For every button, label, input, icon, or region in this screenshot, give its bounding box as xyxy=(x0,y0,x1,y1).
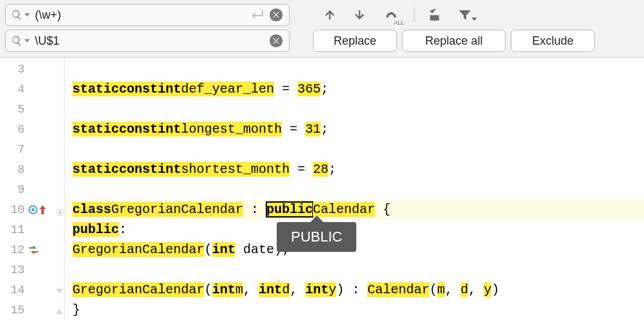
gutter: 3 4 5 6 7 8 9 10 11 12 13 14 xyxy=(0,58,65,320)
chevron-down-icon[interactable] xyxy=(25,38,30,43)
lineno: 4 xyxy=(5,83,25,96)
code-line[interactable] xyxy=(72,99,644,119)
svg-point-4 xyxy=(32,208,35,211)
code-line[interactable]: GregorianCalendar(int date); xyxy=(72,240,644,260)
override-up-icon[interactable] xyxy=(39,205,47,214)
lineno: 12 xyxy=(5,243,25,256)
lineno: 10 xyxy=(5,203,25,216)
fold-toggle[interactable] xyxy=(56,205,64,213)
find-row: ALL xyxy=(5,4,639,26)
lineno: 13 xyxy=(5,263,25,276)
lineno: 3 xyxy=(5,63,25,76)
replace-box[interactable] xyxy=(5,30,290,52)
select-occurrences-button[interactable] xyxy=(426,6,444,24)
find-input[interactable] xyxy=(35,8,246,22)
search-icon xyxy=(11,9,23,21)
code-line[interactable] xyxy=(72,260,644,280)
code-line[interactable]: } xyxy=(72,300,644,320)
code-area[interactable]: static const int def_year_len = 365; sta… xyxy=(65,58,644,320)
chevron-down-icon[interactable] xyxy=(25,12,30,17)
next-match-button[interactable] xyxy=(350,6,369,24)
filter-button[interactable] xyxy=(456,6,474,24)
code-line[interactable]: public: xyxy=(72,219,644,240)
find-replace-toolbar: ALL Replace Replace all Exclude xyxy=(0,0,644,58)
code-line[interactable]: static const int shortest_month = 28; xyxy=(72,159,644,179)
exclude-button[interactable]: Exclude xyxy=(511,30,595,52)
svg-rect-1 xyxy=(431,16,439,20)
code-line[interactable]: static const int def_year_len = 365; xyxy=(72,79,644,99)
divider xyxy=(414,7,414,23)
lineno: 9 xyxy=(5,183,25,196)
search-icon xyxy=(11,35,23,47)
lineno: 6 xyxy=(5,123,25,136)
clear-find-button[interactable] xyxy=(268,7,284,23)
clear-replace-button[interactable] xyxy=(268,33,284,49)
replace-button[interactable]: Replace xyxy=(313,30,397,52)
code-line[interactable] xyxy=(72,139,644,159)
find-box[interactable] xyxy=(5,4,290,26)
replace-all-button[interactable]: Replace all xyxy=(402,30,506,52)
lineno: 5 xyxy=(5,103,25,116)
code-line[interactable] xyxy=(72,179,644,199)
find-tool-icons: ALL xyxy=(321,6,474,24)
fold-marker[interactable] xyxy=(56,306,64,313)
code-line[interactable]: GregorianCalendar(int m, int d, int y) :… xyxy=(72,280,644,300)
fold-marker[interactable] xyxy=(56,286,64,293)
lineno: 14 xyxy=(5,284,25,297)
code-line[interactable]: static const int longest_month = 31; xyxy=(72,119,644,139)
lineno: 8 xyxy=(5,163,25,176)
prev-match-button[interactable] xyxy=(321,6,339,24)
editor: 3 4 5 6 7 8 9 10 11 12 13 14 xyxy=(0,58,644,320)
lineno: 7 xyxy=(5,143,25,156)
select-all-button[interactable]: ALL xyxy=(380,6,402,24)
code-line[interactable] xyxy=(72,59,644,79)
enter-hint-icon xyxy=(250,10,264,19)
replace-row: Replace Replace all Exclude xyxy=(5,30,639,52)
lineno: 11 xyxy=(5,223,25,236)
breakpoint-circle-icon[interactable] xyxy=(28,205,38,214)
code-line[interactable]: class GregorianCalendar : public Calenda… xyxy=(65,199,644,219)
replace-input[interactable] xyxy=(35,34,264,48)
lineno: 15 xyxy=(5,304,25,317)
current-match[interactable]: public xyxy=(266,202,313,217)
recursive-call-icon[interactable] xyxy=(28,246,39,254)
